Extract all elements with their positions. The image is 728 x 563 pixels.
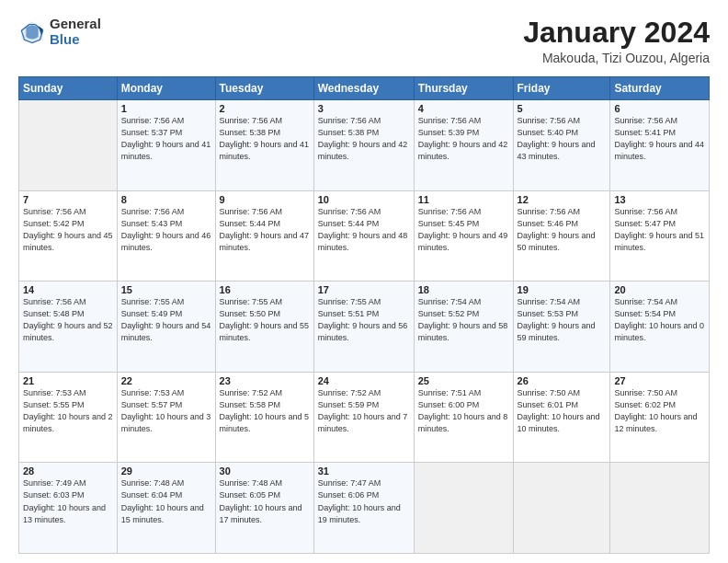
calendar-week-row: 7Sunrise: 7:56 AMSunset: 5:42 PMDaylight… [19,190,710,282]
calendar-page: General Blue January 2024 Makouda, Tizi … [0,0,728,563]
day-number: 31 [318,465,410,477]
calendar-table: SundayMondayTuesdayWednesdayThursdayFrid… [18,76,710,554]
day-number: 21 [23,375,113,386]
day-info: Sunrise: 7:56 AMSunset: 5:48 PMDaylight:… [23,296,113,344]
day-info: Sunrise: 7:56 AMSunset: 5:40 PMDaylight:… [518,115,607,163]
day-info: Sunrise: 7:50 AMSunset: 6:02 PMDaylight:… [614,387,705,435]
day-info: Sunrise: 7:56 AMSunset: 5:41 PMDaylight:… [614,115,705,163]
calendar-body: 1Sunrise: 7:56 AMSunset: 5:37 PMDaylight… [19,100,710,554]
weekday-header: Saturday [610,77,710,100]
calendar-cell [513,463,610,554]
day-info: Sunrise: 7:56 AMSunset: 5:44 PMDaylight:… [318,206,410,254]
calendar-week-row: 28Sunrise: 7:49 AMSunset: 6:03 PMDayligh… [19,463,710,554]
day-number: 6 [614,103,705,114]
day-number: 3 [318,103,410,114]
location: Makouda, Tizi Ouzou, Algeria [523,51,710,65]
calendar-cell [19,100,118,191]
day-number: 14 [23,284,113,295]
day-number: 23 [220,375,310,386]
day-info: Sunrise: 7:56 AMSunset: 5:47 PMDaylight:… [614,206,705,254]
calendar-cell: 16Sunrise: 7:55 AMSunset: 5:50 PMDayligh… [215,282,313,373]
month-title: January 2024 [523,17,710,49]
day-info: Sunrise: 7:54 AMSunset: 5:54 PMDaylight:… [614,296,705,344]
day-number: 18 [418,284,509,295]
calendar-cell: 20Sunrise: 7:54 AMSunset: 5:54 PMDayligh… [610,282,710,373]
day-info: Sunrise: 7:54 AMSunset: 5:52 PMDaylight:… [418,296,509,344]
logo-text: General Blue [50,17,101,47]
calendar-cell: 5Sunrise: 7:56 AMSunset: 5:40 PMDaylight… [513,100,610,191]
day-info: Sunrise: 7:55 AMSunset: 5:50 PMDaylight:… [220,296,310,344]
day-number: 29 [121,465,211,477]
calendar-cell [414,463,513,554]
calendar-cell: 13Sunrise: 7:56 AMSunset: 5:47 PMDayligh… [610,190,710,282]
day-number: 30 [220,465,310,477]
day-number: 9 [220,194,310,205]
day-info: Sunrise: 7:52 AMSunset: 5:59 PMDaylight:… [318,387,410,435]
calendar-cell: 8Sunrise: 7:56 AMSunset: 5:43 PMDaylight… [117,190,215,282]
weekday-row: SundayMondayTuesdayWednesdayThursdayFrid… [19,77,710,100]
calendar-header: SundayMondayTuesdayWednesdayThursdayFrid… [19,77,710,100]
calendar-cell: 4Sunrise: 7:56 AMSunset: 5:39 PMDaylight… [414,100,513,191]
calendar-cell: 26Sunrise: 7:50 AMSunset: 6:01 PMDayligh… [513,372,610,463]
calendar-cell: 17Sunrise: 7:55 AMSunset: 5:51 PMDayligh… [313,282,414,373]
day-info: Sunrise: 7:56 AMSunset: 5:46 PMDaylight:… [518,206,607,254]
calendar-cell [610,463,710,554]
calendar-cell: 14Sunrise: 7:56 AMSunset: 5:48 PMDayligh… [19,282,118,373]
calendar-cell: 25Sunrise: 7:51 AMSunset: 6:00 PMDayligh… [414,372,513,463]
day-number: 2 [220,103,310,114]
day-info: Sunrise: 7:55 AMSunset: 5:51 PMDaylight:… [318,296,410,344]
calendar-cell: 6Sunrise: 7:56 AMSunset: 5:41 PMDaylight… [610,100,710,191]
day-info: Sunrise: 7:52 AMSunset: 5:58 PMDaylight:… [220,387,310,435]
day-info: Sunrise: 7:56 AMSunset: 5:38 PMDaylight:… [220,115,310,163]
calendar-cell: 30Sunrise: 7:48 AMSunset: 6:05 PMDayligh… [215,463,313,554]
header: General Blue January 2024 Makouda, Tizi … [18,17,710,65]
day-number: 8 [121,194,211,205]
calendar-cell: 1Sunrise: 7:56 AMSunset: 5:37 PMDaylight… [117,100,215,191]
calendar-week-row: 14Sunrise: 7:56 AMSunset: 5:48 PMDayligh… [19,282,710,373]
calendar-cell: 23Sunrise: 7:52 AMSunset: 5:58 PMDayligh… [215,372,313,463]
calendar-cell: 24Sunrise: 7:52 AMSunset: 5:59 PMDayligh… [313,372,414,463]
day-number: 10 [318,194,410,205]
weekday-header: Tuesday [215,77,313,100]
day-info: Sunrise: 7:56 AMSunset: 5:43 PMDaylight:… [121,206,211,254]
day-info: Sunrise: 7:56 AMSunset: 5:37 PMDaylight:… [121,115,211,163]
day-number: 16 [220,284,310,295]
day-info: Sunrise: 7:56 AMSunset: 5:44 PMDaylight:… [220,206,310,254]
calendar-cell: 15Sunrise: 7:55 AMSunset: 5:49 PMDayligh… [117,282,215,373]
calendar-week-row: 21Sunrise: 7:53 AMSunset: 5:55 PMDayligh… [19,372,710,463]
day-number: 19 [518,284,607,295]
day-number: 26 [518,375,607,386]
day-info: Sunrise: 7:54 AMSunset: 5:53 PMDaylight:… [518,296,607,344]
weekday-header: Thursday [414,77,513,100]
day-info: Sunrise: 7:49 AMSunset: 6:03 PMDaylight:… [23,477,113,525]
day-number: 15 [121,284,211,295]
day-number: 4 [418,103,509,114]
day-number: 1 [121,103,211,114]
calendar-cell: 19Sunrise: 7:54 AMSunset: 5:53 PMDayligh… [513,282,610,373]
day-info: Sunrise: 7:48 AMSunset: 6:05 PMDaylight:… [220,477,310,525]
day-number: 25 [418,375,509,386]
day-info: Sunrise: 7:56 AMSunset: 5:45 PMDaylight:… [418,206,509,254]
day-info: Sunrise: 7:53 AMSunset: 5:57 PMDaylight:… [121,387,211,435]
logo-blue: Blue [50,32,101,48]
calendar-cell: 7Sunrise: 7:56 AMSunset: 5:42 PMDaylight… [19,190,118,282]
day-number: 17 [318,284,410,295]
calendar-week-row: 1Sunrise: 7:56 AMSunset: 5:37 PMDaylight… [19,100,710,191]
calendar-cell: 12Sunrise: 7:56 AMSunset: 5:46 PMDayligh… [513,190,610,282]
day-number: 5 [518,103,607,114]
calendar-cell: 28Sunrise: 7:49 AMSunset: 6:03 PMDayligh… [19,463,118,554]
calendar-cell: 9Sunrise: 7:56 AMSunset: 5:44 PMDaylight… [215,190,313,282]
calendar-cell: 2Sunrise: 7:56 AMSunset: 5:38 PMDaylight… [215,100,313,191]
logo-general: General [50,17,101,32]
weekday-header: Sunday [19,77,118,100]
calendar-cell: 31Sunrise: 7:47 AMSunset: 6:06 PMDayligh… [313,463,414,554]
day-number: 12 [518,194,607,205]
logo-icon [18,18,46,46]
day-number: 11 [418,194,509,205]
day-number: 20 [614,284,705,295]
weekday-header: Monday [117,77,215,100]
day-info: Sunrise: 7:55 AMSunset: 5:49 PMDaylight:… [121,296,211,344]
day-info: Sunrise: 7:56 AMSunset: 5:39 PMDaylight:… [418,115,509,163]
day-info: Sunrise: 7:56 AMSunset: 5:38 PMDaylight:… [318,115,410,163]
calendar-cell: 18Sunrise: 7:54 AMSunset: 5:52 PMDayligh… [414,282,513,373]
